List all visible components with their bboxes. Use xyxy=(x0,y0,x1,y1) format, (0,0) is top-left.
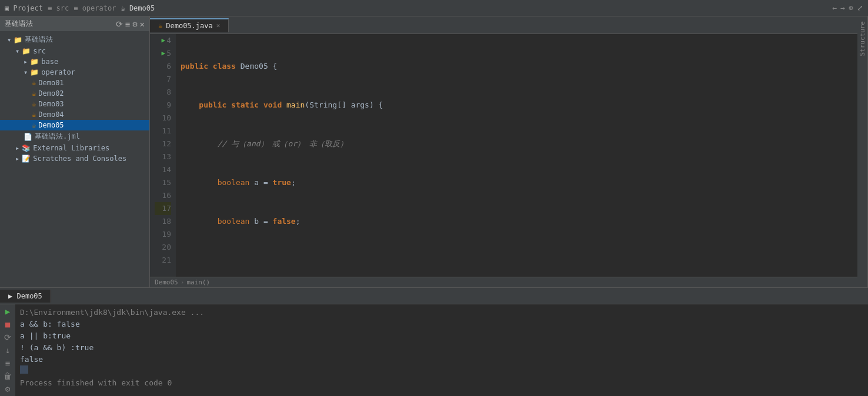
demo01-file-icon: ☕ xyxy=(32,79,36,87)
operator-folder-icon: 📁 xyxy=(30,68,39,76)
run-stop-icon[interactable]: ■ xyxy=(5,320,10,329)
breadcrumb-sep: › xyxy=(181,278,185,286)
console-highlight-line xyxy=(20,365,863,377)
tree-item-demo05[interactable]: ☕ Demo05 xyxy=(0,120,149,130)
scratches-icon: 📝 xyxy=(22,155,31,163)
close-tab-icon[interactable]: ✕ xyxy=(216,22,221,29)
sidebar-title: 基础语法 xyxy=(5,19,33,29)
nav-forward-icon[interactable]: → xyxy=(840,4,845,12)
recent-files-icon[interactable]: ⊕ xyxy=(849,4,853,12)
editor-area: ☕ Demo05.java ✕ ▶4 ▶5 6 7 8 9 10 11 xyxy=(150,16,868,287)
tree-label-base: base xyxy=(41,58,58,66)
demo03-file-icon: ☕ xyxy=(32,100,36,108)
console-output-line-2: a || b:true xyxy=(20,330,863,342)
run-icon-4[interactable]: ▶ xyxy=(162,34,166,47)
tree-item-root[interactable]: ▾ 📁 基础语法 xyxy=(0,33,149,46)
code-line-5: public static void main(String[] args) { xyxy=(181,99,863,112)
file-tree: ▾ 📁 基础语法 ▾ 📁 src ▸ 📁 base ▾ xyxy=(0,31,149,287)
run-output: ▶ ■ ⟳ ↓ ≡ 🗑 ⚙ D:\Environment\jdk8\jdk\bi… xyxy=(0,304,868,396)
left-edge: Structure xyxy=(857,16,868,287)
run-sidebar-icons: ▶ ■ ⟳ ↓ ≡ 🗑 ⚙ xyxy=(0,304,15,396)
project-icon: ▾ xyxy=(7,36,11,44)
tree-item-demo01[interactable]: ☕ Demo01 xyxy=(0,78,149,88)
tree-item-jml[interactable]: 📄 基础语法.jml xyxy=(0,130,149,143)
editor-tab-demo05[interactable]: ☕ Demo05.java ✕ xyxy=(150,18,229,32)
demo04-file-icon: ☕ xyxy=(32,110,36,119)
run-play-icon[interactable]: ▶ xyxy=(5,307,10,316)
tree-label-demo02: Demo02 xyxy=(38,89,64,98)
top-bar-tab-src[interactable]: ≡ src xyxy=(48,4,69,12)
extlib-icon: 📚 xyxy=(22,144,31,152)
bottom-tabs: ▶ Demo05 xyxy=(0,288,868,304)
tree-label-extlib: External Libraries xyxy=(33,144,109,152)
console-output-line-1: a && b: false xyxy=(20,318,863,330)
tree-item-base[interactable]: ▸ 📁 base xyxy=(0,56,149,67)
run-tab[interactable]: ▶ Demo05 xyxy=(0,290,51,303)
top-bar-tab-project[interactable]: ▣ Project xyxy=(5,4,43,12)
sidebar-settings-icon[interactable]: ⚙ xyxy=(132,19,137,29)
tab-file-icon: ☕ xyxy=(158,22,162,30)
tree-label-src: src xyxy=(33,47,46,55)
sidebar-sync-icon[interactable]: ⟳ xyxy=(116,19,123,29)
top-bar: ▣ Project ≡ src ≡ operator ☕ Demo05 ← → … xyxy=(0,0,868,16)
base-expand-icon: ▸ xyxy=(24,58,28,66)
run-settings-icon[interactable]: ⚙ xyxy=(5,384,10,394)
code-line-8: boolean b = false; xyxy=(181,215,863,228)
operator-expand-icon: ▾ xyxy=(24,68,28,76)
sidebar-close-icon[interactable]: ✕ xyxy=(140,19,145,29)
run-clear-icon[interactable]: 🗑 xyxy=(4,371,12,381)
sidebar-header: 基础语法 ⟳ ≡ ⚙ ✕ xyxy=(0,16,149,31)
console-output-false: false xyxy=(20,354,863,365)
code-line-9 xyxy=(181,254,863,267)
tree-item-demo02[interactable]: ☕ Demo02 xyxy=(0,88,149,99)
tree-label-demo05: Demo05 xyxy=(38,121,64,129)
run-icon-5[interactable]: ▶ xyxy=(162,47,166,60)
tree-item-scratches[interactable]: ▸ 📝 Scratches and Consoles xyxy=(0,153,149,164)
tree-label-demo03: Demo03 xyxy=(38,100,64,108)
run-filter-icon[interactable]: ≡ xyxy=(5,358,10,368)
top-bar-tab-demo05[interactable]: ☕ Demo05 xyxy=(121,4,155,12)
tree-label-jml: 基础语法.jml xyxy=(35,132,80,142)
expand-icon[interactable]: ⤢ xyxy=(857,4,863,12)
top-bar-icons: ← → ⊕ ⤢ xyxy=(833,4,863,12)
structure-tab-label[interactable]: Structure xyxy=(859,21,866,56)
tree-label-scratches: Scratches and Consoles xyxy=(33,155,126,163)
run-scroll-icon[interactable]: ↓ xyxy=(5,345,10,355)
tree-item-src[interactable]: ▾ 📁 src xyxy=(0,46,149,56)
base-folder-icon: 📁 xyxy=(30,58,39,66)
breadcrumb-bar: Demo05 › main() xyxy=(150,277,868,287)
code-line-7: boolean a = true; xyxy=(181,176,863,189)
demo05-file-icon: ☕ xyxy=(32,121,36,129)
bottom-panel: ▶ Demo05 ▶ ■ ⟳ ↓ ≡ 🗑 ⚙ D:\Environment\jd… xyxy=(0,287,868,396)
console-output: D:\Environment\jdk8\jdk\bin\java.exe ...… xyxy=(15,304,868,396)
tab-label: Demo05.java xyxy=(166,22,212,30)
code-line-6: // 与（and） 或（or） 非（取反） xyxy=(181,137,863,150)
breadcrumb-main[interactable]: main() xyxy=(186,278,210,286)
tree-label-operator: operator xyxy=(41,68,75,76)
run-rerun-icon[interactable]: ⟳ xyxy=(4,333,11,342)
sidebar-collapse-icon[interactable]: ≡ xyxy=(125,19,130,29)
sidebar-toolbar: ⟳ ≡ ⚙ ✕ xyxy=(116,19,145,29)
jml-file-icon: 📄 xyxy=(24,133,32,141)
breadcrumb-demo05[interactable]: Demo05 xyxy=(155,278,178,286)
src-folder-icon: 📁 xyxy=(22,47,31,55)
tree-item-extlib[interactable]: ▸ 📚 External Libraries xyxy=(0,143,149,153)
tree-item-operator[interactable]: ▾ 📁 operator xyxy=(0,67,149,78)
nav-back-icon[interactable]: ← xyxy=(833,4,837,12)
tree-item-demo04[interactable]: ☕ Demo04 xyxy=(0,109,149,120)
console-highlight-box xyxy=(20,365,28,374)
scratches-expand-icon: ▸ xyxy=(15,155,19,163)
line-numbers: ▶4 ▶5 6 7 8 9 10 11 12 13 14 15 16 17 18… xyxy=(150,34,176,277)
tree-label-demo01: Demo01 xyxy=(38,79,64,87)
tree-label-root: 基础语法 xyxy=(25,35,53,45)
console-finish-msg: Process finished with exit code 0 xyxy=(20,377,863,389)
editor-tabs: ☕ Demo05.java ✕ xyxy=(150,16,868,34)
tree-item-demo03[interactable]: ☕ Demo03 xyxy=(0,99,149,109)
extlib-expand-icon: ▸ xyxy=(15,144,19,152)
console-output-line-3: ! (a && b) :true xyxy=(20,342,863,354)
main-layout: 基础语法 ⟳ ≡ ⚙ ✕ ▾ 📁 基础语法 ▾ 📁 src xyxy=(0,16,868,287)
top-bar-tab-operator[interactable]: ≡ operator xyxy=(74,4,116,12)
demo02-file-icon: ☕ xyxy=(32,89,36,98)
code-content[interactable]: public class Demo05 { public static void… xyxy=(176,34,868,277)
code-view[interactable]: ▶4 ▶5 6 7 8 9 10 11 12 13 14 15 16 17 18… xyxy=(150,34,868,277)
